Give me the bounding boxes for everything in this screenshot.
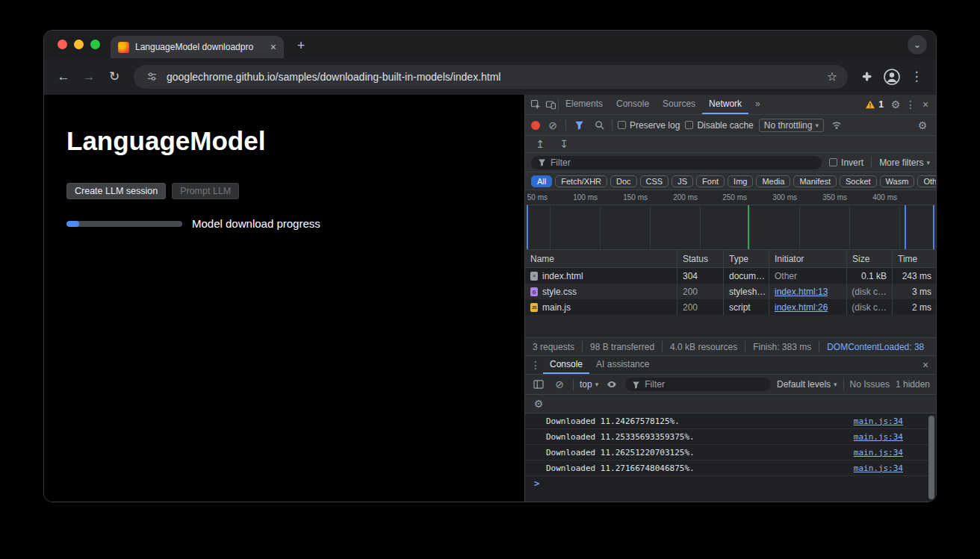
issues-status[interactable]: No Issues [850, 379, 890, 390]
network-request-row[interactable]: index.html 304 docum… Other 0.1 kB 243 m… [525, 268, 936, 284]
tab-favicon-icon [118, 42, 129, 53]
more-filters-dropdown[interactable]: More filters ▾ [879, 157, 930, 168]
column-header-type[interactable]: Type [724, 250, 769, 267]
checkbox-box [829, 158, 837, 166]
divider [582, 341, 583, 352]
funnel-icon [538, 158, 546, 166]
network-filter-input[interactable]: Filter [531, 156, 822, 169]
bookmark-star-icon[interactable]: ☆ [827, 69, 837, 84]
column-header-status[interactable]: Status [677, 250, 724, 267]
log-levels-select[interactable]: Default levels ▾ [777, 379, 837, 390]
console-sidebar-icon[interactable] [531, 377, 546, 392]
console-message-text: Downloaded 11.25335693359375%. [546, 432, 695, 442]
profile-avatar[interactable] [882, 67, 902, 87]
scrollbar-thumb[interactable] [928, 416, 934, 499]
console-source-link[interactable]: main.js:34 [854, 432, 903, 442]
window-close-button[interactable] [58, 40, 67, 49]
chip-manifest[interactable]: Manifest [793, 175, 837, 187]
gridline [799, 205, 800, 249]
column-header-initiator[interactable]: Initiator [769, 250, 847, 267]
devtools-tab-network[interactable]: Network [702, 95, 748, 114]
chip-all[interactable]: All [531, 175, 552, 187]
stylesheet-file-icon [530, 287, 538, 296]
initiator-link[interactable]: index.html:13 [775, 287, 828, 297]
javascript-context-select[interactable]: top ▾ [580, 379, 598, 390]
filter-toggle-icon[interactable] [571, 118, 586, 133]
clear-console-icon[interactable]: ⊘ [552, 377, 567, 392]
console-prompt[interactable]: > [525, 476, 936, 491]
chip-doc[interactable]: Doc [610, 175, 637, 187]
request-size: 0.1 kB [847, 268, 893, 284]
reload-button[interactable]: ↻ [104, 66, 125, 87]
chip-socket[interactable]: Socket [840, 175, 877, 187]
new-tab-button[interactable]: + [291, 36, 311, 55]
back-button[interactable]: ← [53, 66, 74, 87]
devtools-tab-sources[interactable]: Sources [656, 95, 702, 114]
console-filter-input[interactable]: Filter [625, 378, 771, 391]
network-request-row[interactable]: style.css 200 stylesh… index.html:13 (di… [525, 284, 936, 299]
browser-tab[interactable]: LanguageModel downloadpro × [111, 36, 284, 58]
throttling-select[interactable]: No throttling ▾ [759, 119, 824, 132]
console-source-link[interactable]: main.js:34 [854, 463, 903, 473]
site-info-icon[interactable] [144, 69, 159, 84]
device-toolbar-icon[interactable] [543, 97, 558, 112]
live-expression-eye-icon[interactable] [604, 377, 619, 392]
more-panels-icon[interactable]: » [748, 95, 767, 114]
create-llm-session-button[interactable]: Create LLM session [66, 183, 166, 199]
console-scrollbar[interactable] [928, 416, 934, 499]
extensions-icon[interactable] [857, 66, 878, 87]
chip-font[interactable]: Font [696, 175, 725, 187]
issues-warning-button[interactable]: 1 [860, 99, 888, 110]
filter-placeholder: Filter [551, 157, 571, 168]
clear-network-log-icon[interactable]: ⊘ [545, 118, 560, 133]
devtools-tab-elements[interactable]: Elements [559, 95, 610, 114]
record-network-log-button[interactable] [531, 121, 540, 130]
network-search-icon[interactable] [592, 118, 607, 133]
chip-other[interactable]: Other [917, 175, 936, 187]
forward-button[interactable]: → [78, 66, 99, 87]
import-har-icon[interactable]: ↥ [533, 137, 548, 152]
address-bar[interactable]: googlechrome.github.io/samples/downloadi… [134, 65, 848, 89]
network-settings-gear-icon[interactable]: ⚙ [915, 118, 930, 133]
chip-wasm[interactable]: Wasm [880, 175, 915, 187]
prompt-llm-button[interactable]: Prompt LLM [172, 183, 239, 199]
chip-fetch-xhr[interactable]: Fetch/XHR [555, 175, 607, 187]
har-row: ↥ ↧ [525, 136, 936, 153]
disable-cache-checkbox[interactable]: Disable cache [685, 120, 753, 131]
devtools-kebab-icon[interactable]: ⋮ [903, 97, 918, 112]
drawer-close-icon[interactable]: × [918, 357, 933, 372]
inspect-element-icon[interactable] [528, 97, 543, 112]
drawer-tab-console[interactable]: Console [543, 356, 589, 374]
console-settings-gear-icon[interactable]: ⚙ [531, 396, 546, 411]
chip-js[interactable]: JS [672, 175, 693, 187]
network-waterfall-overview: 50 ms 100 ms 150 ms 200 ms 250 ms 300 ms… [525, 190, 936, 250]
console-source-link[interactable]: main.js:34 [854, 416, 903, 426]
devtools-settings-gear-icon[interactable]: ⚙ [888, 97, 903, 112]
window-minimize-button[interactable] [74, 40, 84, 49]
tab-search-button[interactable]: ⌄ [908, 35, 927, 54]
chip-media[interactable]: Media [756, 175, 790, 187]
drawer-tab-ai-assistance[interactable]: AI assistance [589, 356, 656, 374]
drawer-kebab-icon[interactable]: ⋮ [528, 357, 543, 372]
column-header-name[interactable]: Name [525, 250, 677, 267]
window-zoom-button[interactable] [90, 40, 100, 49]
chip-css[interactable]: CSS [640, 175, 669, 187]
invert-checkbox[interactable]: Invert [829, 157, 863, 168]
tab-close-icon[interactable]: × [270, 42, 276, 52]
column-header-size[interactable]: Size [847, 250, 893, 267]
devtools-close-icon[interactable]: × [918, 97, 933, 112]
initiator-link[interactable]: index.html:26 [775, 302, 828, 313]
export-har-icon[interactable]: ↧ [556, 137, 571, 152]
console-source-link[interactable]: main.js:34 [854, 448, 903, 457]
network-conditions-icon[interactable] [829, 118, 844, 133]
browser-menu-kebab-icon[interactable]: ⋮ [906, 66, 927, 87]
preserve-log-checkbox[interactable]: Preserve log [618, 120, 680, 131]
console-drawer: ⋮ Console AI assistance × ⊘ top ▾ [525, 355, 936, 502]
hidden-messages-count[interactable]: 1 hidden [896, 379, 930, 390]
network-request-row[interactable]: main.js 200 script index.html:26 (disk c… [525, 299, 936, 315]
column-header-time[interactable]: Time [893, 250, 937, 267]
chip-img[interactable]: Img [728, 175, 753, 187]
model-download-progressbar [66, 221, 182, 227]
transferred-size: 98 B transferred [590, 342, 654, 352]
devtools-tab-console[interactable]: Console [610, 95, 656, 114]
